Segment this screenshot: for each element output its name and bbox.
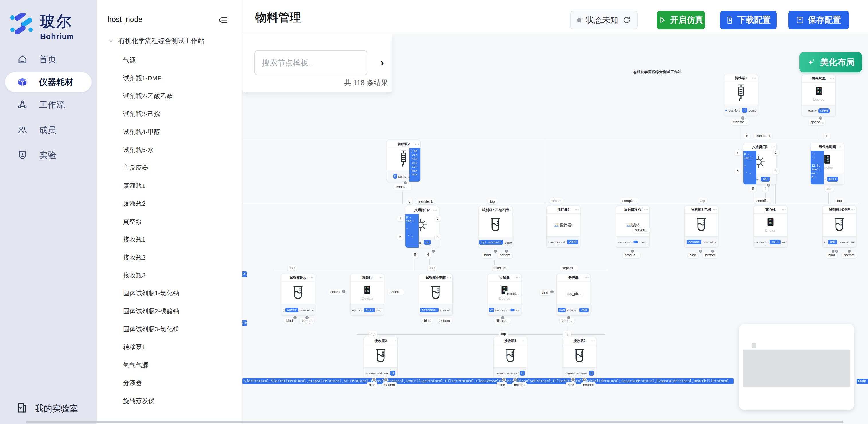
node-menu-icon[interactable]: ••• — [415, 142, 419, 146]
port-chip[interactable]: bind — [827, 252, 837, 258]
search-submit-icon[interactable]: › — [375, 56, 389, 70]
download-config-button[interactable]: 下载配置 — [720, 11, 777, 29]
port-chip[interactable]: top — [428, 265, 437, 271]
port-chip[interactable]: 4 — [425, 252, 431, 258]
tree-item[interactable]: 接收瓶2 — [97, 249, 242, 267]
port-chip[interactable]: bind — [367, 382, 377, 388]
node-menu-icon[interactable]: ••• — [575, 208, 579, 211]
port-handle[interactable]: › — [431, 249, 435, 253]
canvas-node-rotary-evaporator[interactable]: 旋转蒸发仪•••旋转message:max_ — [616, 206, 650, 248]
canvas-node-centrifuge[interactable]: 离心机•••Devicemessage:nullma — [753, 206, 787, 248]
port-chip[interactable]: top — [488, 199, 497, 204]
port-handle[interactable]: › — [372, 377, 376, 382]
port-handle[interactable]: › — [767, 183, 771, 187]
node-menu-icon[interactable]: ••• — [447, 276, 451, 279]
port-handle[interactable]: › — [566, 315, 571, 320]
tree-item[interactable]: 试剂瓶2-乙酸乙酯 — [97, 87, 242, 105]
minimap-viewport[interactable] — [743, 350, 850, 387]
tree-item[interactable]: 试剂瓶5-水 — [97, 141, 242, 159]
node-menu-icon[interactable]: ••• — [830, 77, 834, 80]
refresh-icon[interactable] — [623, 16, 631, 24]
port-chip[interactable]: 8 — [406, 199, 412, 204]
canvas-node-reagent-bottle-4[interactable]: 试剂瓶4-甲醇•••methanolcurrent_ — [419, 274, 453, 315]
tree-item[interactable]: 接收瓶1 — [97, 231, 242, 249]
port-chip[interactable]: 7 — [735, 150, 741, 155]
port-chip[interactable]: top — [562, 331, 571, 337]
sidebar-item-members[interactable]: 成员 — [0, 117, 97, 143]
canvas-node-reagent-bottle-1[interactable]: 试剂瓶1-DMF•••e:DMFcurrent_vol — [823, 206, 856, 248]
port-chip[interactable]: transfe... — [732, 119, 749, 125]
node-menu-icon[interactable]: ••• — [713, 208, 717, 211]
node-menu-icon[interactable]: ••• — [378, 276, 383, 279]
port-chip[interactable]: top — [499, 331, 508, 337]
canvas-node-receiver-1[interactable]: 接收瓶1•••current_volume:0 — [493, 337, 527, 379]
port-handle[interactable]: › — [513, 377, 518, 382]
tree-item[interactable]: 气源 — [97, 51, 242, 69]
sidebar-item-instruments[interactable]: 仪器耗材 — [5, 72, 92, 92]
port-chip[interactable]: out — [825, 186, 834, 192]
port-chip[interactable]: bottom — [581, 382, 596, 388]
port-handle[interactable]: › — [500, 315, 505, 320]
tree-item[interactable]: 旋转蒸发仪 — [97, 392, 242, 410]
save-config-button[interactable]: 保存配置 — [788, 11, 849, 29]
node-menu-icon[interactable]: ••• — [850, 208, 855, 211]
canvas-node-stirrer-2[interactable]: 搅拌器2•••搅拌器2max_speed:2000 — [547, 206, 580, 248]
port-chip[interactable]: gasso... — [809, 119, 825, 125]
node-menu-icon[interactable]: ••• — [591, 339, 595, 342]
node-menu-icon[interactable]: ••• — [392, 339, 396, 342]
canvas-node-reagent-bottle-3[interactable]: 试剂瓶3-己烷•••hexanecurrent_v — [684, 206, 718, 248]
port-chip[interactable]: transfe. 1 — [416, 199, 435, 204]
port-chip[interactable]: bind — [688, 252, 698, 258]
canvas-node-receiver-2[interactable]: 接收瓶2•••current_volume:0 — [364, 337, 398, 379]
port-chip[interactable]: bind — [497, 382, 507, 388]
tree-root-node[interactable]: 有机化学流程综合测试工作站 — [97, 30, 242, 51]
collapse-panel-icon[interactable] — [218, 15, 228, 27]
port-chip[interactable]: top_ph... — [565, 291, 583, 297]
node-menu-icon[interactable]: ••• — [782, 208, 786, 211]
port-handle[interactable]: › — [818, 116, 823, 120]
tree-item[interactable]: 氢气气源 — [97, 356, 242, 374]
port-handle[interactable]: › — [502, 377, 506, 382]
tree-item[interactable]: 试剂瓶1-DMF — [97, 69, 242, 88]
node-menu-icon[interactable]: ••• — [838, 145, 843, 149]
port-chip[interactable]: transfe... — [394, 184, 411, 190]
tree-item[interactable]: 分液器 — [97, 374, 242, 392]
node-menu-icon[interactable]: ••• — [516, 276, 520, 279]
minimap[interactable] — [739, 324, 854, 410]
port-chip[interactable]: sample... — [620, 198, 639, 204]
tree-item[interactable]: 主反应器 — [97, 159, 242, 177]
tree-item[interactable]: 废液瓶1 — [97, 177, 242, 195]
port-handle[interactable]: › — [741, 116, 745, 120]
canvas-node-elution-column[interactable]: 洗脱柱•••Deviceogress:nullcolu — [350, 274, 384, 315]
port-chip[interactable]: stirrer — [550, 198, 563, 204]
tree-item[interactable]: 废液瓶2 — [97, 195, 242, 213]
tree-item[interactable]: 真空泵 — [97, 213, 242, 231]
port-chip[interactable]: 8 — [744, 133, 750, 139]
port-chip[interactable]: 2 — [435, 216, 441, 221]
port-handle[interactable]: › — [305, 315, 309, 320]
port-chip[interactable]: bind — [422, 318, 433, 324]
port-chip[interactable]: bottom — [512, 382, 527, 388]
port-chip[interactable]: top — [699, 198, 707, 204]
port-chip[interactable]: top — [288, 265, 297, 271]
canvas-node-h2-solenoid-valve[interactable]: 氢气电磁阀•••Devicestatus:null': ': 12.0, ime… — [810, 143, 844, 185]
canvas-node-receiver-3[interactable]: 接收瓶3•••current_volume:0 — [562, 337, 596, 379]
port-handle[interactable]: › — [493, 249, 497, 253]
node-menu-icon[interactable]: ••• — [309, 276, 313, 279]
sidebar-item-my-lab[interactable]: 我的实验室 — [16, 402, 78, 415]
canvas-node-eight-way-valve-2[interactable]: 八通阀门2•••status:nup', ion': ∘ ' ∘ — [405, 206, 439, 248]
node-menu-icon[interactable]: ••• — [522, 339, 526, 342]
search-input[interactable] — [254, 51, 368, 75]
port-handle[interactable]: › — [342, 289, 346, 294]
port-handle[interactable]: › — [834, 249, 839, 253]
sidebar-item-experiments[interactable]: 实验 — [0, 143, 97, 168]
canvas-node-transfer-pump-1[interactable]: 转移泵1•••position:0pump — [724, 74, 758, 116]
tree-item[interactable]: 试剂瓶4-甲醇 — [97, 123, 242, 141]
port-chip[interactable]: bind — [566, 382, 576, 388]
port-handle[interactable]: › — [383, 377, 388, 382]
start-simulation-button[interactable]: 开启仿真 — [657, 11, 705, 29]
port-chip[interactable]: 3 — [435, 234, 441, 240]
tree-item[interactable]: 固体试剂瓶2-碳酸钠 — [97, 302, 242, 321]
flow-canvas[interactable]: 有机化学流程综合测试工作站 › 共 118 条结果 美化布局 sferProto… — [242, 34, 868, 424]
canvas-node-transfer-pump-2[interactable]: 转移泵2•••0pump_info:{'de 'vir 'sta 'pos 'c… — [387, 140, 421, 182]
